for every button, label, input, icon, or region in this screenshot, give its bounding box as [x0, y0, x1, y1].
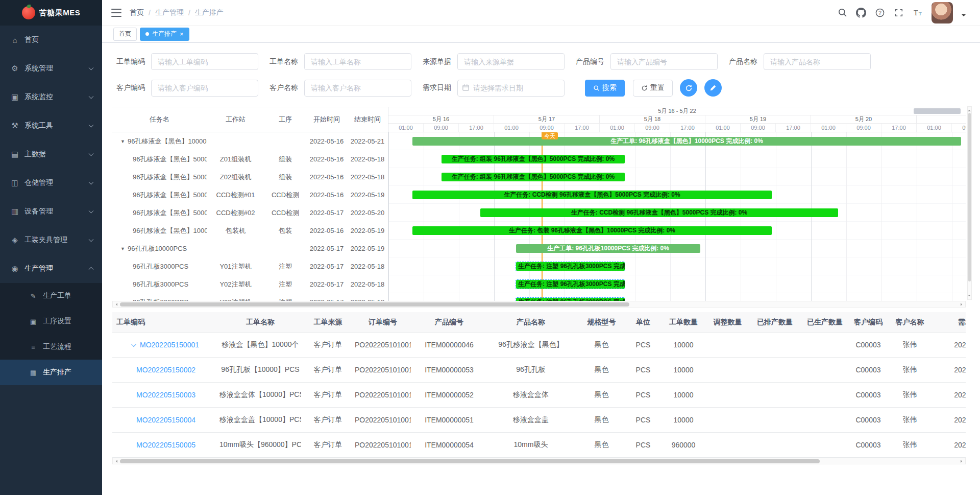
hamburger-icon[interactable] [111, 9, 121, 17]
search-icon[interactable] [837, 8, 847, 18]
workorder-link[interactable]: MO202205150004 [136, 416, 195, 424]
table-horizontal-scrollbar[interactable] [112, 458, 966, 464]
order-cell: PCS [629, 391, 657, 399]
gantt-task-row[interactable]: 96孔孔板3000PCSY03注塑机注塑2022-05-172022-05-18 [112, 293, 388, 301]
workorder-name-input[interactable] [304, 53, 411, 70]
sidebar-item-tools[interactable]: ⚒系统工具 [0, 111, 102, 140]
product-name-input[interactable] [764, 53, 871, 70]
order-cell: 客户订单 [301, 415, 355, 425]
breadcrumb-item[interactable]: 首页 [130, 8, 144, 17]
order-cell: ITEM00000051 [411, 416, 487, 424]
tab-0[interactable]: 首页 [113, 28, 137, 41]
expand-row-icon[interactable] [131, 342, 136, 347]
gantt-col-header: 工序 [264, 115, 306, 124]
gantt-horizontal-scrollbar[interactable] [112, 301, 966, 308]
product-code-input[interactable] [610, 53, 718, 70]
workorder-code-input[interactable] [151, 53, 258, 70]
order-cell: 96孔移液盒【黑色】 [487, 340, 574, 349]
gantt-task-row[interactable]: 96孔移液盒【黑色】5000PCSCCD检测#01CCD检测2022-05-16… [112, 186, 388, 204]
filter-label: 产品名称 [729, 57, 757, 66]
timeline-scroll-thumb[interactable] [914, 108, 961, 114]
sidebar-item-equipment[interactable]: ▥设备管理 [0, 197, 102, 226]
filter-row-2: 客户编码客户名称需求日期 搜索 重置 [116, 79, 980, 97]
orders-col-header: 客户名称 [891, 318, 929, 327]
gantt-task-bar[interactable]: 生产任务: 注塑 96孔孔板3000PCS 完成比例: 0% [516, 262, 625, 271]
help-icon[interactable]: ? [875, 8, 885, 18]
scrollbar-thumb[interactable] [120, 459, 820, 463]
collapse-icon[interactable]: ▼ [120, 246, 125, 251]
sidebar-item-schedule[interactable]: ▦生产排产 [0, 360, 102, 385]
sidebar-item-warehouse[interactable]: ◫仓储管理 [0, 169, 102, 197]
customer-code-input[interactable] [151, 80, 258, 97]
gantt-task-bar[interactable]: 生产任务: CCD检测 96孔移液盒【黑色】5000PCS 完成比例: 0% [480, 208, 838, 217]
caret-down-icon[interactable] [962, 14, 966, 18]
filter-field: 客户名称 [270, 80, 411, 97]
gantt-task-row[interactable]: 96孔移液盒【黑色】5000PCSZ01组装机组装2022-05-162022-… [112, 150, 388, 168]
order-code-cell: MO202205150001 [112, 341, 219, 349]
gantt-workorder-bar[interactable]: 生产工单: 96孔孔板10000PCS 完成比例: 0% [516, 244, 700, 253]
sidebar-item-workorder[interactable]: ✎生产工单 [0, 283, 102, 309]
gantt-workorder-bar[interactable]: 生产工单: 96孔移液盒【黑色】10000PCS 完成比例: 0% [412, 137, 961, 146]
collapse-icon[interactable]: ▼ [120, 139, 125, 144]
source-doc-input[interactable] [457, 53, 565, 70]
gantt-day-header [917, 115, 966, 123]
fullscreen-icon[interactable] [894, 8, 904, 18]
gantt-day-header: 5月 20 [811, 115, 917, 123]
github-icon[interactable] [856, 8, 866, 18]
sidebar-item-system[interactable]: ⚙系统管理 [0, 54, 102, 83]
sidebar-item-master-data[interactable]: ▤主数据 [0, 140, 102, 169]
user-avatar[interactable] [932, 2, 953, 23]
sidebar-item-monitor[interactable]: ▣系统监控 [0, 83, 102, 111]
gantt-task-row[interactable]: 96孔孔板3000PCSY01注塑机注塑2022-05-172022-05-18 [112, 257, 388, 275]
gantt-task-bar[interactable]: 生产任务: 包装 96孔移液盒【黑色】10000PCS 完成比例: 0% [412, 226, 772, 235]
gantt-task-row[interactable]: 96孔孔板3000PCSY02注塑机注塑2022-05-172022-05-18 [112, 275, 388, 293]
demand-date-input[interactable] [457, 80, 565, 97]
workorders-table-header: 工单编码工单名称工单来源订单编号产品编号产品名称规格型号单位工单数量调整数量已排… [112, 312, 966, 333]
tab-1[interactable]: 生产排产× [140, 28, 189, 41]
workorder-link[interactable]: MO202205150003 [136, 391, 195, 399]
gantt-hour-header: 01:00 [811, 124, 846, 132]
gantt-task-bar[interactable]: 生产任务: CCD检测 96孔移液盒【黑色】5000PCS 完成比例: 0% [412, 191, 772, 199]
customer-name-input[interactable] [304, 80, 411, 97]
tab-active-dot [145, 32, 149, 36]
gantt-vertical-scrollbar[interactable] [967, 106, 972, 300]
gantt-task-bar[interactable]: 生产任务: 组装 96孔移液盒【黑色】5000PCS 完成比例: 0% [442, 155, 625, 163]
gantt-task-bar[interactable]: 生产任务: 注塑 96孔孔板3000PCS 完成比例: 0% [516, 280, 625, 289]
orders-col-header: 需求日期 [929, 318, 966, 327]
gantt-task-row[interactable]: 96孔移液盒【黑色】5000PCSCCD检测#02CCD检测2022-05-17… [112, 204, 388, 222]
refresh-button[interactable] [680, 79, 697, 97]
breadcrumb-item[interactable]: 生产管理 [155, 8, 184, 17]
gantt-hour-header: 17:00 [776, 124, 811, 132]
gantt-task-row[interactable]: ▼96孔移液盒【黑色】10000PCS2022-05-162022-05-21 [112, 132, 388, 150]
scrollbar-thumb[interactable] [968, 113, 971, 281]
font-size-icon[interactable]: TT [913, 8, 923, 18]
sidebar-item-home[interactable]: ⌂首页 [0, 26, 102, 54]
edit-button[interactable] [704, 79, 722, 97]
reset-button[interactable]: 重置 [633, 80, 673, 97]
logo[interactable]: 苦糖果MES [0, 0, 102, 26]
order-cell: 黑色 [574, 340, 629, 349]
gantt-task-bar[interactable]: 生产任务: 组装 96孔移液盒【黑色】5000PCS 完成比例: 0% [442, 173, 625, 181]
scrollbar-thumb[interactable] [120, 302, 629, 307]
gantt-task-row[interactable]: 96孔移液盒【黑色】5000PCSZ02组装机组装2022-05-162022-… [112, 168, 388, 186]
order-cell: PO202205101001 [355, 416, 411, 424]
sidebar-item-route[interactable]: ≡工艺流程 [0, 334, 102, 360]
gantt-task-bar[interactable]: 生产任务: 注塑 96孔孔板3000PCS 完成比例: 0% [516, 298, 625, 301]
search-button[interactable]: 搜索 [585, 80, 625, 97]
order-cell: ITEM00000052 [411, 391, 487, 399]
workorder-link[interactable]: MO202205150005 [136, 441, 195, 449]
sidebar-item-production[interactable]: ◉生产管理 [0, 254, 102, 283]
workorder-link[interactable]: MO202205150001 [140, 341, 199, 349]
chevron-down-icon [89, 65, 94, 70]
sidebar-item-fixture[interactable]: ◈工装夹具管理 [0, 226, 102, 254]
order-cell: 张伟 [891, 390, 929, 399]
tab-close-icon[interactable]: × [180, 31, 184, 37]
order-cell: C00003 [846, 441, 891, 449]
workorder-link[interactable]: MO202205150002 [136, 366, 195, 374]
gantt-task-process: 注塑 [264, 262, 306, 271]
gantt-task-end: 2022-05-20 [347, 209, 388, 217]
gantt-task-row[interactable]: 96孔移液盒【黑色】10000PCS包装机包装2022-05-162022-05… [112, 222, 388, 240]
sidebar-item-process-setting[interactable]: ▣工序设置 [0, 309, 102, 334]
gantt-task-row[interactable]: ▼96孔孔板10000PCS2022-05-172022-05-19 [112, 240, 388, 257]
monitor-icon: ▣ [10, 92, 19, 102]
